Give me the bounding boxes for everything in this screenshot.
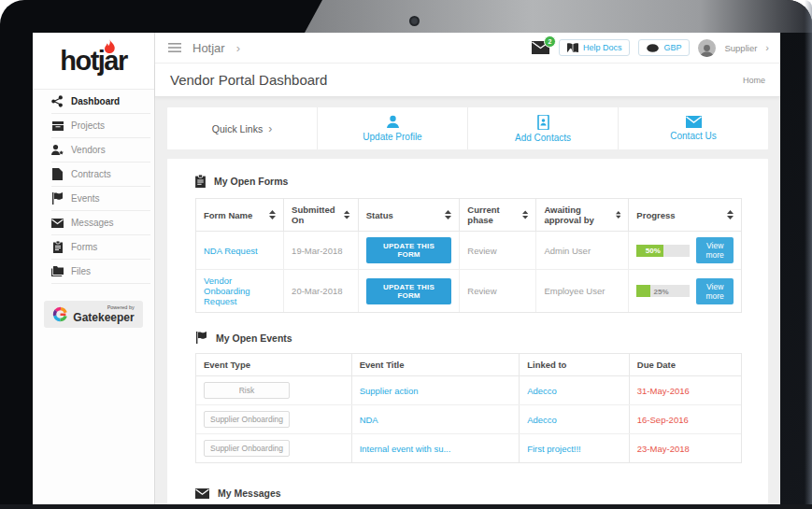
col-header-progress[interactable]: Progress xyxy=(629,199,741,231)
event-row: Risk Supplier action Adecco 31-May-2016 xyxy=(196,376,741,405)
messages-section: My Messages Live Messages (12) › Sort by… xyxy=(195,488,740,504)
progress-fill: 50% xyxy=(636,245,663,257)
forms-table-header-row: Form Name Submitted On Status Current ph… xyxy=(196,199,741,232)
open-forms-table: Form Name Submitted On Status Current ph… xyxy=(195,198,742,313)
col-header-status[interactable]: Status xyxy=(359,199,461,231)
due-date-value: 16-Sep-2016 xyxy=(637,415,689,425)
sidebar-item-events[interactable]: Events xyxy=(51,187,150,211)
progress-bar: 25% xyxy=(636,285,690,297)
messages-envelope-icon xyxy=(51,217,64,229)
hotjar-flame-icon xyxy=(104,39,116,54)
col-header-awaiting-approval[interactable]: Awaiting approval by xyxy=(536,199,629,231)
quick-link-add-contacts[interactable]: Add Contacts xyxy=(468,107,619,149)
col-header-event-title[interactable]: Event Title xyxy=(352,354,520,375)
quick-links-label: Quick Links xyxy=(212,123,263,134)
forms-section-header: My Open Forms xyxy=(195,175,740,188)
col-header-due-date[interactable]: Due Date xyxy=(630,354,741,375)
event-title-link[interactable]: Internal event with su... xyxy=(360,444,451,454)
quick-link-contact-us[interactable]: Contact Us xyxy=(619,107,768,149)
linked-to-link[interactable]: Adecco xyxy=(527,415,557,425)
form-name-link[interactable]: NDA Request xyxy=(204,246,258,256)
sort-icon xyxy=(269,210,276,219)
event-row: Supplier Onboarding NDA Adecco 16-Sep-20… xyxy=(196,405,741,434)
user-menu-label[interactable]: Supplier xyxy=(724,43,757,53)
sort-icon xyxy=(616,210,621,219)
hamburger-menu-icon[interactable] xyxy=(168,43,181,52)
coin-icon xyxy=(647,44,659,52)
user-menu-chevron-icon: › xyxy=(765,42,769,53)
submitted-on-value: 20-Mar-2018 xyxy=(292,286,342,296)
progress-label: 25% xyxy=(654,287,669,295)
event-type-badge: Supplier Onboarding xyxy=(204,411,290,428)
user-avatar[interactable] xyxy=(698,39,716,57)
current-phase-value: Review xyxy=(467,286,496,296)
form-name-link[interactable]: Vendor Onboarding Request xyxy=(204,276,276,306)
form-row-nda-request: NDA Request 19-Mar-2018 UPDATE THIS FORM… xyxy=(196,232,741,270)
avatar-silhouette-icon xyxy=(700,44,714,57)
events-table-header-row: Event Type Event Title Linked to Due Dat… xyxy=(196,354,741,376)
event-title-link[interactable]: Supplier action xyxy=(360,386,419,396)
unread-count-badge: 2 xyxy=(544,35,556,48)
update-form-button[interactable]: UPDATE THIS FORM xyxy=(366,237,452,263)
contact-card-icon xyxy=(537,115,549,130)
sidebar-item-contracts[interactable]: Contracts xyxy=(51,163,150,187)
progress-bar: 50% xyxy=(636,245,690,257)
help-docs-button[interactable]: Help Docs xyxy=(559,39,631,56)
forms-section-title: My Open Forms xyxy=(214,176,288,187)
breadcrumb-app-name[interactable]: Hotjar xyxy=(192,41,225,55)
col-header-current-phase[interactable]: Current phase xyxy=(460,199,536,231)
sidebar-item-messages[interactable]: Messages xyxy=(51,211,150,235)
inbox-envelope-icon[interactable]: 2 xyxy=(532,41,550,55)
breadcrumb: Hotjar › xyxy=(168,41,240,55)
currency-button[interactable]: GBP xyxy=(638,39,690,56)
sidebar-item-label: Messages xyxy=(71,218,114,228)
device-camera xyxy=(410,17,419,25)
quick-link-label: Contact Us xyxy=(670,131,716,141)
page-title: Vendor Portal Dashboard xyxy=(170,72,327,88)
user-icon xyxy=(386,115,400,129)
sidebar-item-files[interactable]: Files xyxy=(51,260,150,284)
breadcrumb-chevron-icon: › xyxy=(236,41,240,55)
awaiting-approval-value: Admin User xyxy=(544,246,591,256)
progress-cell: 25% View more xyxy=(636,278,734,304)
device-bottom-edge xyxy=(0,504,812,509)
linked-to-link[interactable]: First project!!! xyxy=(527,444,581,454)
quick-link-update-profile[interactable]: Update Profile xyxy=(318,107,468,149)
sidebar-item-projects[interactable]: Projects xyxy=(51,114,150,138)
hotjar-logo[interactable]: hotjar xyxy=(33,33,154,89)
events-flag-icon xyxy=(51,192,64,205)
event-title-link[interactable]: NDA xyxy=(360,415,378,425)
messages-section-envelope-icon xyxy=(195,488,209,499)
col-header-event-type[interactable]: Event Type xyxy=(196,354,352,375)
due-date-value: 23-May-2018 xyxy=(637,444,690,454)
quick-link-label: Add Contacts xyxy=(515,133,571,143)
event-type-badge: Supplier Onboarding xyxy=(204,440,290,457)
col-header-submitted-on[interactable]: Submitted On xyxy=(284,199,359,231)
linked-to-link[interactable]: Adecco xyxy=(527,386,557,396)
events-section: My Open Events Event Type Event Title Li… xyxy=(195,332,740,463)
dashboard-main-card: My Open Forms Form Name Submitted On Sta… xyxy=(167,159,768,504)
top-nav: Hotjar › 2 Help Docs GBP xyxy=(155,33,780,64)
hotjar-logo-text: hotjar xyxy=(60,48,127,75)
sidebar-item-label: Vendors xyxy=(71,145,106,155)
events-section-header: My Open Events xyxy=(195,332,740,344)
progress-cell: 50% View more xyxy=(636,237,734,263)
contracts-icon xyxy=(51,168,64,180)
view-more-button[interactable]: View more xyxy=(696,278,734,304)
col-header-linked-to[interactable]: Linked to xyxy=(520,354,630,375)
event-row: Supplier Onboarding Internal event with … xyxy=(196,434,741,462)
sidebar-item-dashboard[interactable]: Dashboard xyxy=(51,90,150,114)
bezel-glare xyxy=(305,0,812,33)
home-link[interactable]: Home xyxy=(743,76,765,85)
topnav-right-cluster: 2 Help Docs GBP Supplier › xyxy=(532,39,769,57)
quick-links-card: Quick Links › Update Profile Add Contact… xyxy=(167,107,768,149)
event-type-badge: Risk xyxy=(204,382,290,399)
sidebar-item-vendors[interactable]: Vendors xyxy=(51,138,150,163)
quick-link-label: Update Profile xyxy=(363,132,421,142)
update-form-button[interactable]: UPDATE THIS FORM xyxy=(366,278,452,304)
app-screen: hotjar Dashboard Projects xyxy=(33,33,780,504)
col-header-form-name[interactable]: Form Name xyxy=(196,199,284,231)
gatekeeper-badge[interactable]: Powered by Gatekeeper xyxy=(44,301,142,328)
view-more-button[interactable]: View more xyxy=(696,237,734,263)
sidebar-item-forms[interactable]: Forms xyxy=(51,235,150,260)
